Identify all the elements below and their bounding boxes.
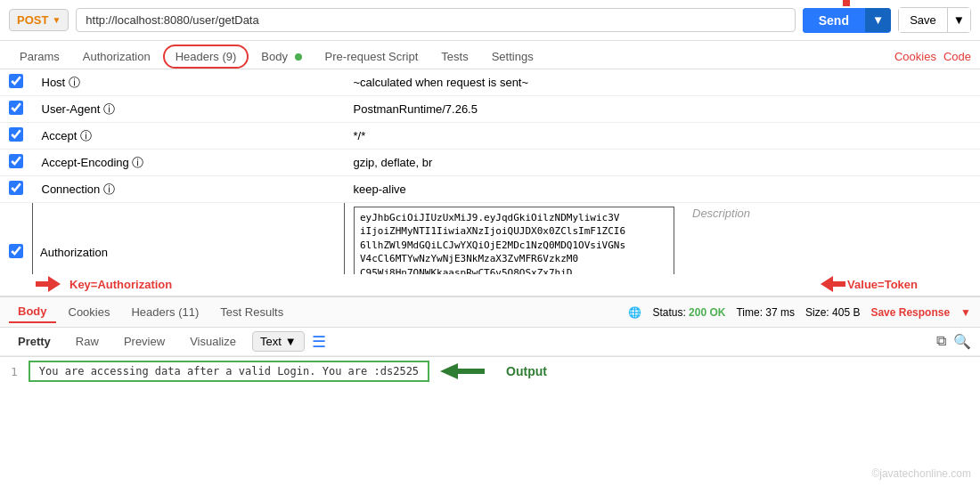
send-button[interactable]: Send <box>803 8 865 33</box>
format-dropdown[interactable]: Text ▼ <box>252 331 305 352</box>
rtab-right-icons: ⧉ 🔍 <box>936 333 971 350</box>
accept-key: Accept ⓘ <box>33 123 345 150</box>
format-label: Text <box>260 335 282 348</box>
size-label: Size: 405 B <box>805 306 860 319</box>
tab-params[interactable]: Params <box>9 45 70 69</box>
connection-desc <box>683 176 980 203</box>
top-bar: POST ▼ Send ▼ Save ▼ <box>0 0 980 41</box>
output-annotation-label: Output <box>506 364 547 378</box>
table-row: Connection ⓘ keep-alive <box>0 176 980 203</box>
btab-cookies[interactable]: Cookies <box>60 302 119 322</box>
tab-body[interactable]: Body <box>250 45 312 69</box>
globe-icon: 🌐 <box>628 306 641 319</box>
useragent-key: User-Agent ⓘ <box>33 96 345 123</box>
format-chevron: ▼ <box>285 335 297 348</box>
svg-marker-3 <box>440 363 485 379</box>
response-toolbar: Pretty Raw Preview Visualize Text ▼ ☰ ⧉ … <box>0 328 980 356</box>
tab-prerequest[interactable]: Pre-request Script <box>314 45 429 69</box>
useragent-value: PostmanRuntime/7.26.5 <box>345 96 684 123</box>
table-row: Accept ⓘ */* <box>0 123 980 150</box>
main-tabs: Params Authorization Headers (9) Body Pr… <box>0 41 980 69</box>
copy-icon[interactable]: ⧉ <box>936 333 946 350</box>
status-value: 200 OK <box>689 306 725 319</box>
connection-checkbox[interactable] <box>9 181 23 195</box>
connection-key: Connection ⓘ <box>33 176 345 203</box>
key-annotation: Key=Authorization <box>36 276 172 292</box>
save-button[interactable]: Save <box>899 8 947 32</box>
status-info: 🌐 Status: 200 OK Time: 37 ms Size: 405 B… <box>628 306 971 319</box>
output-arrow <box>440 363 485 379</box>
accept-value: */* <box>345 123 684 150</box>
send-area: Send ▼ <box>803 8 891 33</box>
save-response-arrow: ▼ <box>960 306 971 319</box>
watermark: ©javatechonline.com <box>871 467 971 480</box>
token-box: eyJhbGciOiJIUzUxMiJ9.eyJqdGkiOilzNDMyliw… <box>354 207 674 274</box>
save-button-group[interactable]: Save ▼ <box>898 7 971 33</box>
tab-authorization[interactable]: Authorization <box>72 45 161 69</box>
host-value: ~calculated when request is sent~ <box>345 69 684 96</box>
svg-marker-2 <box>821 276 845 292</box>
tab-headers[interactable]: Headers (9) <box>163 45 249 69</box>
host-key: Host ⓘ <box>33 69 345 96</box>
table-row: Authorization eyJhbGciOiJIUzUxMiJ9.eyJqd… <box>0 203 980 275</box>
wrap-icon[interactable]: ☰ <box>312 332 326 352</box>
value-annotation: Value=Token <box>821 276 918 292</box>
btab-headers[interactable]: Headers (11) <box>122 302 208 322</box>
size-value: 405 B <box>832 306 860 319</box>
output-content: You are accessing data after a valid Log… <box>29 361 429 382</box>
tab-tests[interactable]: Tests <box>430 45 478 69</box>
method-dropdown-arrow: ▼ <box>52 15 61 25</box>
save-dropdown-button[interactable]: ▼ <box>947 8 970 32</box>
bottom-tabs: Body Cookies Headers (11) Test Results 🌐… <box>0 296 980 328</box>
connection-value: keep-alive <box>345 176 684 203</box>
rtab-pretty[interactable]: Pretty <box>9 332 60 351</box>
tab-settings[interactable]: Settings <box>481 45 544 69</box>
method-selector[interactable]: POST ▼ <box>9 9 69 31</box>
headers-section: Host ⓘ ~calculated when request is sent~… <box>0 69 980 274</box>
table-row: Accept-Encoding ⓘ gzip, deflate, br <box>0 150 980 176</box>
table-row: User-Agent ⓘ PostmanRuntime/7.26.5 <box>0 96 980 123</box>
status-label: Status: 200 OK <box>652 306 725 319</box>
save-response-btn[interactable]: Save Response <box>870 306 950 319</box>
send-dropdown-button[interactable]: ▼ <box>865 8 891 32</box>
output-line: 1 You are accessing data after a valid L… <box>4 361 976 382</box>
time-label: Time: 37 ms <box>736 306 795 319</box>
url-input[interactable] <box>76 8 795 32</box>
value-annotation-label: Value=Token <box>847 278 918 291</box>
output-area: 1 You are accessing data after a valid L… <box>0 356 980 386</box>
btab-body[interactable]: Body <box>9 301 56 323</box>
btab-test-results[interactable]: Test Results <box>211 302 292 322</box>
table-row: Host ⓘ ~calculated when request is sent~ <box>0 69 980 96</box>
send-button-group[interactable]: Send ▼ <box>803 8 891 33</box>
method-label: POST <box>17 13 48 27</box>
annotations-row: Key=Authorization Value=Token <box>0 274 980 296</box>
auth-value: eyJhbGciOiJIUzUxMiJ9.eyJqdGkiOilzNDMyliw… <box>345 203 684 275</box>
useragent-checkbox[interactable] <box>9 101 23 115</box>
tab-code-link[interactable]: Code <box>943 50 971 63</box>
tab-cookies-link[interactable]: Cookies <box>894 50 936 63</box>
accept-checkbox[interactable] <box>9 127 23 142</box>
body-dot <box>295 53 302 61</box>
rtab-raw[interactable]: Raw <box>67 332 108 351</box>
useragent-desc <box>683 96 980 123</box>
tab-right-links: Cookies Code <box>894 50 971 63</box>
auth-desc: Description <box>683 203 980 275</box>
rtab-preview[interactable]: Preview <box>115 332 174 351</box>
auth-checkbox[interactable] <box>9 244 23 258</box>
accept-encoding-checkbox[interactable] <box>9 154 23 168</box>
svg-marker-0 <box>837 0 855 6</box>
rtab-visualize[interactable]: Visualize <box>181 332 245 351</box>
host-checkbox[interactable] <box>9 74 23 88</box>
svg-marker-1 <box>36 276 61 292</box>
headers-table: Host ⓘ ~calculated when request is sent~… <box>0 69 980 274</box>
key-annotation-label: Key=Authorization <box>69 278 172 291</box>
accept-encoding-value: gzip, deflate, br <box>345 150 684 176</box>
search-icon[interactable]: 🔍 <box>953 333 971 350</box>
accept-encoding-key: Accept-Encoding ⓘ <box>33 150 345 176</box>
send-arrow-annotation <box>837 0 855 9</box>
line-number: 1 <box>4 361 25 382</box>
time-value: 37 ms <box>765 306 795 319</box>
accept-encoding-desc <box>683 150 980 176</box>
auth-key: Authorization <box>33 203 345 275</box>
accept-desc <box>683 123 980 150</box>
